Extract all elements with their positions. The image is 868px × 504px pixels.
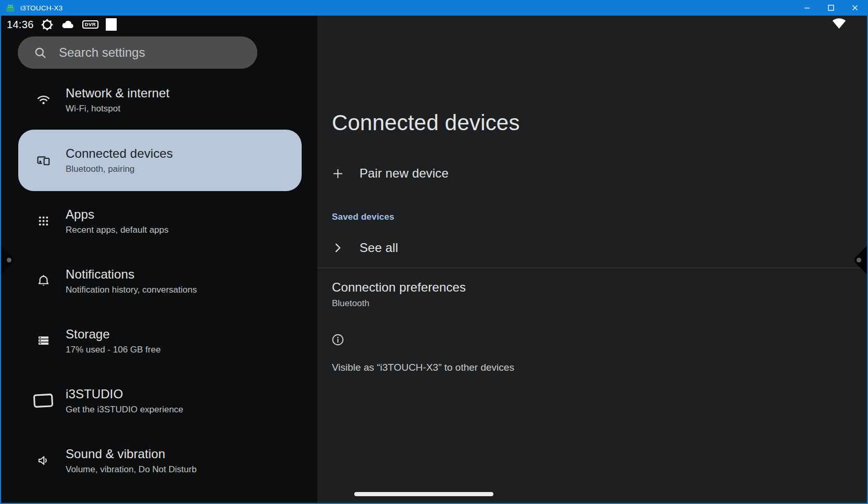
search-bar[interactable] — [18, 36, 257, 69]
sidebar-item-i3studio[interactable]: i3STUDIO Get the i3STUDIO experience — [18, 371, 302, 431]
sidebar-item-apps[interactable]: Apps Recent apps, default apps — [18, 191, 302, 251]
window-titlebar: i3TOUCH-X3 — [1, 0, 867, 16]
right-edge-handle-dot — [857, 258, 861, 262]
sidebar-item-label: Connected devices — [66, 146, 173, 161]
android-robot-icon — [6, 3, 15, 12]
sidebar-item-network-internet[interactable]: Network & internet Wi-Fi, hotspot — [18, 70, 302, 130]
sidebar-item-label: Notifications — [66, 267, 197, 282]
sidebar-item-sublabel: Bluetooth, pairing — [66, 163, 173, 175]
minimize-button[interactable] — [795, 0, 819, 16]
sidebar-item-notifications[interactable]: Notifications Notification history, conv… — [18, 251, 302, 311]
maximize-button[interactable] — [819, 0, 843, 16]
pair-new-device-label: Pair new device — [359, 166, 449, 181]
whiteboard-icon — [32, 393, 55, 409]
sidebar-item-label: i3STUDIO — [66, 386, 183, 402]
sidebar-item-label: Network & internet — [66, 85, 169, 101]
minimize-icon — [804, 5, 810, 11]
sidebar-item-sublabel: Recent apps, default apps — [66, 224, 169, 236]
connection-preferences-subtitle: Bluetooth — [332, 297, 369, 309]
search-icon — [33, 46, 47, 60]
sidebar-item-sound-vibration[interactable]: Sound & vibration Volume, vibration, Do … — [18, 431, 302, 490]
storage-icon — [32, 334, 55, 348]
visibility-note: Visible as “i3TOUCH-X3” to other devices — [332, 361, 514, 374]
window-title: i3TOUCH-X3 — [20, 4, 63, 12]
app-window: i3TOUCH-X3 14:36 — [0, 0, 868, 504]
section-divider — [317, 268, 867, 268]
plus-icon — [331, 167, 345, 181]
maximize-icon — [828, 5, 834, 11]
sidebar-item-label: Apps — [66, 207, 169, 222]
sidebar-item-sublabel: Volume, vibration, Do Not Disturb — [66, 463, 196, 475]
search-input[interactable] — [59, 45, 236, 60]
connection-preferences-title[interactable]: Connection preferences — [332, 279, 466, 295]
sidebar-item-sublabel: Wi-Fi, hotspot — [66, 103, 169, 115]
square-status-icon — [106, 18, 117, 31]
saved-devices-header: Saved devices — [332, 212, 394, 222]
sidebar-item-connected-devices[interactable]: Connected devices Bluetooth, pairing — [18, 130, 302, 191]
settings-gear-icon — [41, 18, 54, 31]
connected-devices-panel: Connected devices Pair new device Saved … — [317, 16, 867, 503]
close-icon — [852, 5, 858, 11]
devices-icon — [32, 154, 55, 168]
window-controls — [795, 0, 867, 16]
pair-new-device-button[interactable]: Pair new device — [317, 160, 867, 187]
see-all-button[interactable]: See all — [317, 234, 867, 261]
bell-icon — [32, 274, 55, 288]
sidebar-item-label: Storage — [66, 326, 160, 342]
dvr-status-icon: DVR — [82, 20, 99, 29]
wifi-status-icon — [832, 17, 846, 31]
wifi-icon — [32, 93, 55, 107]
sidebar-item-sublabel: Get the i3STUDIO experience — [66, 404, 183, 415]
settings-nav-list: Network & internet Wi-Fi, hotspot Connec… — [1, 70, 317, 490]
page-title: Connected devices — [332, 109, 520, 136]
apps-grid-icon — [32, 214, 55, 228]
sidebar-item-storage[interactable]: Storage 17% used - 106 GB free — [18, 311, 302, 371]
chevron-right-icon — [331, 241, 344, 255]
info-icon — [331, 333, 344, 346]
clock-time: 14:36 — [7, 19, 34, 31]
sidebar-item-sublabel: Notification history, conversations — [66, 284, 197, 296]
sidebar-item-label: Sound & vibration — [66, 446, 196, 462]
close-button[interactable] — [843, 0, 867, 16]
left-edge-handle-dot — [7, 258, 11, 262]
cloud-icon — [60, 19, 75, 30]
sidebar-item-sublabel: 17% used - 106 GB free — [66, 344, 160, 356]
status-bar: 14:36 DVR — [1, 16, 317, 33]
settings-sidebar: 14:36 DVR — [1, 16, 317, 503]
speaker-icon — [32, 453, 55, 468]
see-all-label: See all — [359, 241, 398, 255]
gesture-navigation-bar[interactable] — [354, 492, 493, 496]
